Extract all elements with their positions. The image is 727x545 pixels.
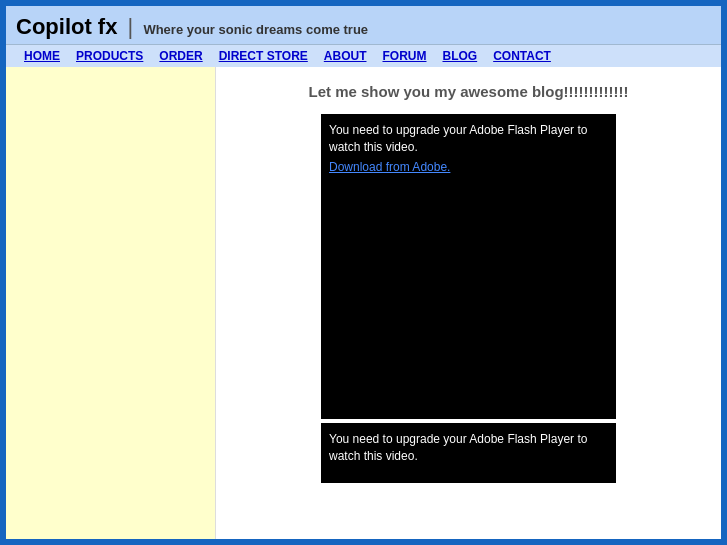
- flash-message-2: You need to upgrade your Adobe Flash Pla…: [321, 423, 616, 469]
- site-name: Copilot fx: [16, 14, 117, 39]
- main-content: Let me show you my awesome blog!!!!!!!!!…: [216, 67, 721, 539]
- nav-contact[interactable]: CONTACT: [485, 49, 559, 63]
- site-tagline: Where your sonic dreams come true: [143, 22, 368, 37]
- nav-forum[interactable]: FORUM: [374, 49, 434, 63]
- nav-products[interactable]: PRODUCTS: [68, 49, 151, 63]
- navigation: HOME PRODUCTS ORDER DIRECT STORE ABOUT F…: [6, 44, 721, 67]
- content-area: Let me show you my awesome blog!!!!!!!!!…: [6, 67, 721, 539]
- header: Copilot fx | Where your sonic dreams com…: [6, 6, 721, 44]
- nav-order[interactable]: ORDER: [151, 49, 210, 63]
- flash-block-secondary: You need to upgrade your Adobe Flash Pla…: [321, 423, 616, 483]
- flash-message-1: You need to upgrade your Adobe Flash Pla…: [321, 114, 616, 160]
- nav-home[interactable]: HOME: [16, 49, 68, 63]
- nav-about[interactable]: ABOUT: [316, 49, 375, 63]
- nav-blog[interactable]: BLOG: [434, 49, 485, 63]
- nav-direct-store[interactable]: DIRECT STORE: [211, 49, 316, 63]
- site-title: Copilot fx | Where your sonic dreams com…: [16, 14, 711, 40]
- sidebar: [6, 67, 216, 539]
- flash-download-link[interactable]: Download from Adobe.: [321, 160, 616, 174]
- title-separator: |: [128, 14, 134, 39]
- inner-wrapper: Copilot fx | Where your sonic dreams com…: [6, 6, 721, 539]
- blog-heading: Let me show you my awesome blog!!!!!!!!!…: [236, 83, 701, 100]
- outer-wrapper: Copilot fx | Where your sonic dreams com…: [0, 0, 727, 545]
- flash-container: You need to upgrade your Adobe Flash Pla…: [321, 114, 616, 483]
- flash-block-main: You need to upgrade your Adobe Flash Pla…: [321, 114, 616, 419]
